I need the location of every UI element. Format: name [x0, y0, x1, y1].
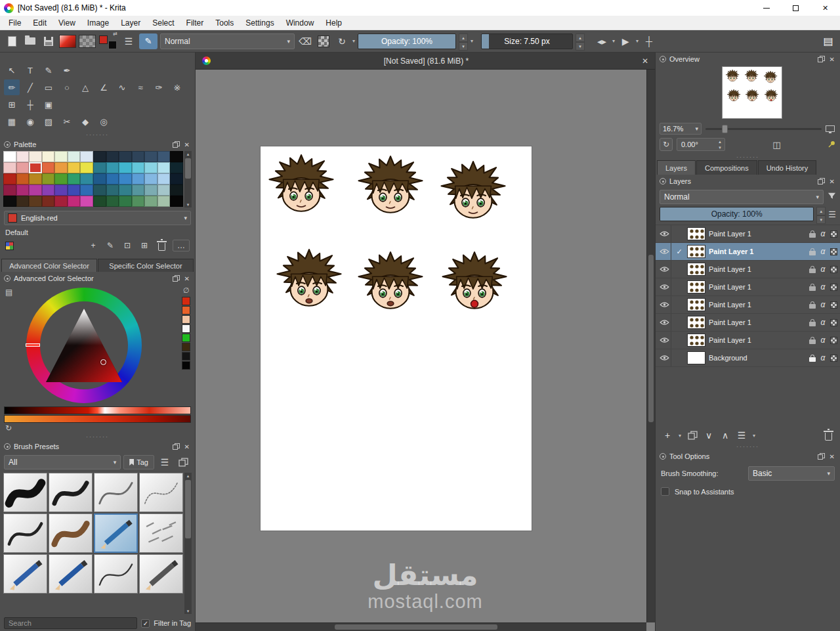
palette-swatch[interactable]: [42, 173, 55, 185]
calligraphy-tool[interactable]: ✒: [59, 62, 75, 78]
freehand-brush-tool[interactable]: ✏: [4, 79, 20, 95]
palette-swatch[interactable]: [106, 151, 119, 162]
palette-scrollbar[interactable]: ▴▾: [184, 151, 192, 207]
layer-visibility-icon[interactable]: [658, 349, 671, 366]
smart-patch-tool[interactable]: ✂: [59, 114, 75, 129]
snap-assistants-checkbox[interactable]: [661, 487, 669, 496]
palette-swatch[interactable]: [132, 196, 145, 207]
close-docker-icon[interactable]: ✕: [828, 453, 836, 460]
palette-swatch[interactable]: [68, 151, 81, 162]
docker-lock-icon[interactable]: [660, 453, 666, 460]
palette-view-button[interactable]: ⊞: [138, 240, 150, 251]
new-document-button[interactable]: [4, 33, 20, 49]
layer-alpha-icon[interactable]: α: [819, 229, 827, 238]
layer-alpha-icon[interactable]: α: [819, 247, 827, 256]
add-layer-caret[interactable]: ▾: [679, 433, 681, 439]
layer-name[interactable]: Paint Layer 1: [709, 318, 806, 326]
palette-swatch[interactable]: [132, 162, 145, 173]
palette-swatch[interactable]: [119, 173, 132, 185]
rotation-spinbox[interactable]: 0.00° ▴▾: [677, 138, 725, 151]
menu-filter[interactable]: Filter: [180, 18, 210, 28]
layer-filter-icon[interactable]: [828, 192, 836, 202]
menu-edit[interactable]: Edit: [27, 18, 52, 28]
mirror-view-icon[interactable]: ◫: [772, 140, 780, 150]
palette-swatch[interactable]: [54, 151, 68, 162]
docker-drag-handle[interactable]: [0, 131, 195, 138]
menu-window[interactable]: Window: [280, 18, 320, 28]
layer-alpha-lock-icon[interactable]: [830, 248, 837, 255]
float-docker-icon[interactable]: [173, 141, 180, 148]
list-view-icon[interactable]: ☰: [157, 454, 173, 470]
reload-preset-icon[interactable]: ↻: [334, 33, 350, 49]
palette-swatch[interactable]: [3, 196, 16, 207]
swap-colors-icon[interactable]: ⇄: [113, 31, 117, 37]
duplicate-layer-button[interactable]: [687, 432, 698, 439]
tab-undo-history[interactable]: Undo History: [758, 160, 817, 175]
layer-thumbnail[interactable]: [687, 298, 705, 311]
shade-strip-1[interactable]: [4, 406, 191, 414]
palette-swatch[interactable]: [132, 185, 145, 196]
palette-swatch[interactable]: [93, 162, 106, 173]
move-layer-down-button[interactable]: ∨: [704, 430, 714, 441]
open-button[interactable]: [22, 33, 38, 49]
layer-visibility-icon[interactable]: [658, 332, 671, 349]
mirror-vertical-caret[interactable]: ▾: [636, 38, 639, 44]
palette-swatch[interactable]: [68, 173, 81, 185]
brush-scrollbar[interactable]: ▴▾: [184, 473, 192, 614]
palette-swatch[interactable]: [93, 173, 106, 185]
palette-swatch[interactable]: [68, 185, 81, 196]
palette-swatch[interactable]: [144, 173, 158, 185]
gradient-swatch[interactable]: [59, 35, 76, 48]
palette-swatch[interactable]: [119, 151, 132, 162]
palette-swatch[interactable]: [158, 185, 171, 196]
size-spinner[interactable]: ▴▾: [576, 33, 585, 49]
layer-thumbnail[interactable]: [687, 351, 705, 364]
brush-filter-select[interactable]: All ▾: [4, 455, 121, 469]
scroll-down-icon[interactable]: ▾: [187, 202, 190, 207]
close-docker-icon[interactable]: ✕: [828, 56, 836, 63]
opacity-spinner[interactable]: ▴▾: [459, 33, 468, 49]
opacity-dropdown-caret[interactable]: ▾: [471, 38, 473, 44]
layer-lock-icon[interactable]: [809, 322, 816, 326]
brush-smoothing-select[interactable]: Basic ▾: [748, 466, 835, 481]
float-docker-icon[interactable]: [173, 275, 180, 282]
crop-tool[interactable]: ▣: [41, 97, 56, 112]
horizontal-scrollbar[interactable]: [196, 622, 646, 631]
edit-shapes-tool[interactable]: ✎: [41, 62, 56, 78]
enclose-fill-tool[interactable]: ◎: [96, 114, 112, 129]
layer-visibility-icon[interactable]: [658, 278, 671, 295]
docker-drag-handle[interactable]: [0, 433, 195, 440]
layer-lock-icon[interactable]: [809, 269, 816, 273]
rotation-spinner[interactable]: ▴▾: [715, 139, 724, 150]
blending-mode-select[interactable]: Normal ▾: [160, 33, 295, 49]
scroll-down-icon[interactable]: ▾: [187, 608, 190, 614]
menu-help[interactable]: Help: [320, 18, 348, 28]
docker-drag-handle[interactable]: [656, 154, 840, 160]
pattern-edit-tool[interactable]: ▨: [41, 114, 56, 129]
palette-swatch[interactable]: [80, 196, 93, 207]
tag-button[interactable]: Tag: [123, 455, 154, 469]
layer-lock-icon[interactable]: [809, 286, 816, 291]
palette-swatch[interactable]: [144, 185, 158, 196]
history-swatch[interactable]: [182, 324, 190, 333]
layer-row[interactable]: Paint Layer 1α: [656, 314, 840, 332]
tab-layers[interactable]: Layers: [657, 160, 696, 175]
move-tool[interactable]: ┼: [22, 97, 38, 112]
foreground-background-colors[interactable]: ⇄: [98, 33, 118, 50]
layer-thumbnail[interactable]: [687, 263, 705, 276]
layer-list-options-icon[interactable]: ☰: [828, 209, 836, 219]
layer-alpha-icon[interactable]: α: [819, 336, 827, 345]
layer-lock-icon[interactable]: [809, 233, 816, 238]
close-docker-icon[interactable]: ✕: [183, 443, 191, 450]
float-docker-icon[interactable]: [818, 178, 825, 185]
palette-swatch[interactable]: [42, 196, 55, 207]
layer-alpha-lock-icon[interactable]: [830, 355, 837, 362]
palette-swatch[interactable]: [119, 162, 132, 173]
scroll-up-icon[interactable]: ▴: [187, 473, 190, 479]
layer-name[interactable]: Background: [709, 354, 806, 362]
menu-view[interactable]: View: [52, 18, 81, 28]
brush-preset-texture-scribble[interactable]: [139, 513, 183, 553]
tab-specific-color-selector[interactable]: Specific Color Selector: [98, 259, 194, 272]
thumbnail-view-icon[interactable]: [175, 454, 191, 470]
layer-row[interactable]: ✓Paint Layer 1α: [656, 243, 840, 261]
